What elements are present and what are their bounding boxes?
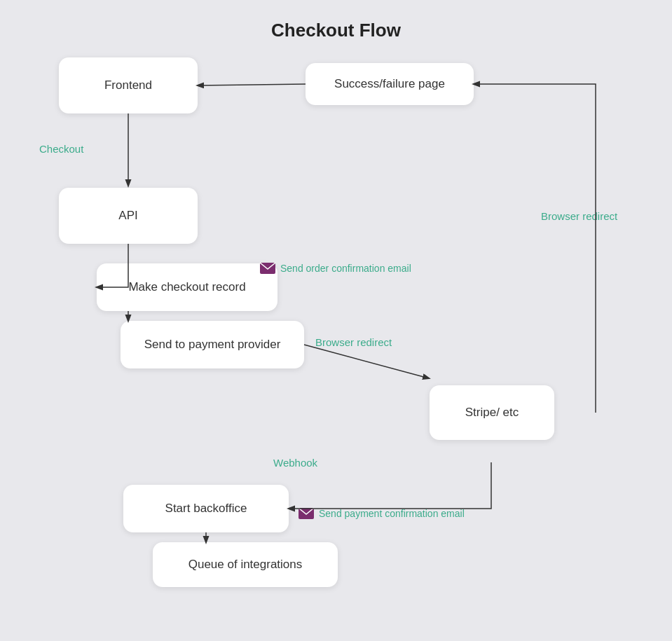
node-api: API	[59, 188, 198, 244]
node-frontend: Frontend	[59, 57, 198, 113]
node-make-checkout: Make checkout record	[97, 263, 277, 311]
label-webhook: Webhook	[273, 457, 317, 469]
diagram-container: Checkout Flow Frontend Success/failure p…	[0, 0, 672, 641]
node-queue-integrations: Queue of integrations	[153, 542, 338, 587]
email-order-confirmation: Send order confirmation email	[259, 262, 411, 275]
node-stripe: Stripe/ etc	[430, 385, 554, 440]
label-browser-redirect-left: Browser redirect	[541, 210, 617, 222]
email-payment-confirmation: Send payment confirmation email	[298, 507, 465, 520]
label-browser-redirect-right: Browser redirect	[315, 336, 392, 348]
envelope-icon	[259, 262, 276, 275]
node-start-backoffice: Start backoffice	[123, 485, 289, 532]
svg-line-4	[198, 84, 306, 85]
label-checkout: Checkout	[39, 143, 83, 155]
node-success-failure: Success/failure page	[306, 63, 474, 105]
node-send-payment-provider: Send to payment provider	[121, 321, 304, 368]
page-title: Checkout Flow	[0, 20, 672, 41]
envelope-icon-2	[298, 507, 315, 520]
svg-line-3	[304, 345, 429, 378]
